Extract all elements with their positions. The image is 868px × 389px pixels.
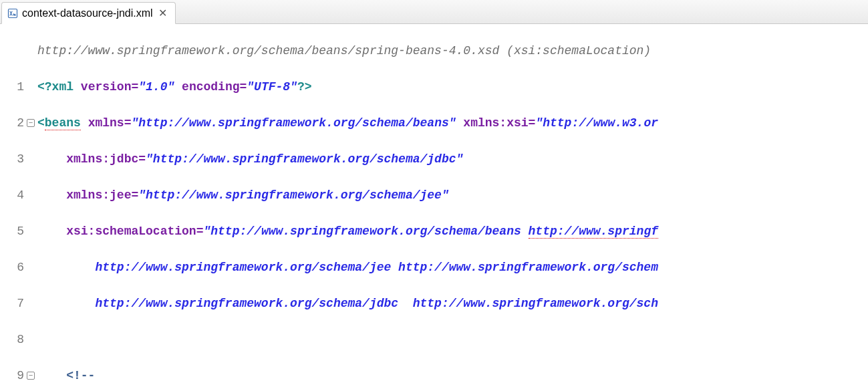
code-area[interactable]: http://www.springframework.org/schema/be…: [37, 24, 868, 389]
code-line: xmlns:jdbc="http://www.springframework.o…: [37, 150, 865, 168]
code-editor[interactable]: 1 2 3 4 5 6 7 8 9 10 11 12 13 14 15 16 1…: [0, 24, 868, 389]
svg-rect-0: [9, 9, 17, 17]
code-line: <beans xmlns="http://www.springframework…: [37, 114, 865, 132]
fold-toggle-icon[interactable]: −: [27, 119, 35, 127]
code-line: xsi:schemaLocation="http://www.springfra…: [37, 223, 865, 241]
breadcrumb[interactable]: http://www.springframework.org/schema/be…: [37, 44, 651, 57]
tab-bar: context-datasource-jndi.xml ✕: [0, 0, 868, 24]
code-line: <?xml version="1.0" encoding="UTF-8"?>: [37, 78, 865, 96]
code-line: http://www.springframework.org/schema/jd…: [37, 295, 865, 313]
code-line: xmlns:jee="http://www.springframework.or…: [37, 186, 865, 205]
editor-tab[interactable]: context-datasource-jndi.xml ✕: [1, 2, 176, 24]
fold-toggle-icon[interactable]: −: [27, 372, 35, 380]
xml-file-icon: [7, 8, 18, 19]
code-line: [37, 331, 865, 349]
close-icon[interactable]: ✕: [157, 7, 168, 19]
tab-filename: context-datasource-jndi.xml: [22, 7, 153, 19]
fold-column: − − −: [27, 24, 37, 389]
code-line: http://www.springframework.org/schema/je…: [37, 259, 865, 277]
line-number-gutter: 1 2 3 4 5 6 7 8 9 10 11 12 13 14 15 16 1…: [0, 24, 27, 389]
code-line: <!--: [37, 367, 865, 385]
